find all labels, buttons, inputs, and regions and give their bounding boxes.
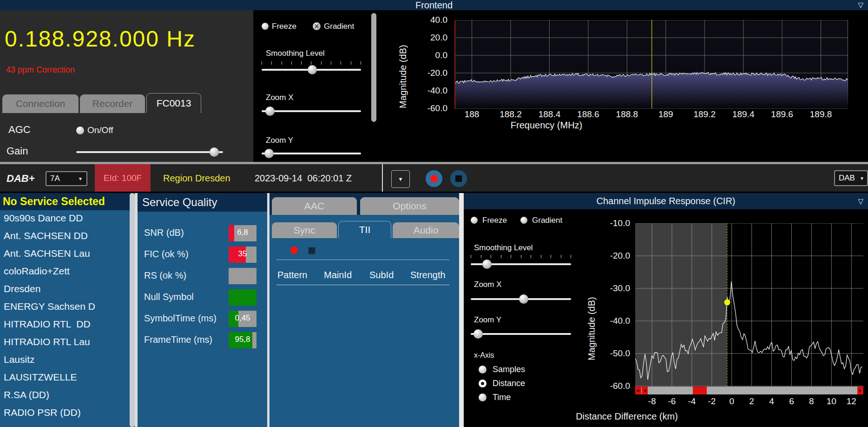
tab-aac[interactable]: AAC — [272, 197, 357, 215]
cir-smoothing-ticks — [471, 255, 571, 258]
cir-xtick: 2 — [749, 396, 754, 407]
service-list-item[interactable]: HITRADIO RTL DD — [4, 319, 91, 330]
spectrum-controls-scrollbar[interactable] — [371, 13, 376, 122]
cir-ytick: -10.0 — [601, 218, 630, 228]
cir-ytick: -40.0 — [601, 316, 630, 326]
service-list-scrollbar[interactable] — [130, 193, 135, 427]
cir-xtick: -8 — [648, 396, 656, 407]
gain-slider[interactable] — [76, 151, 223, 153]
panel-divider — [459, 193, 464, 427]
cir-xtick: 6 — [789, 396, 794, 407]
spectrum-gradient-checkbox[interactable]: ✕ — [313, 22, 321, 30]
gain-label: Gain — [7, 145, 28, 157]
service-list-item[interactable]: Ant. SACHSEN Lau — [4, 248, 90, 259]
cir-plot[interactable] — [635, 223, 863, 387]
spectrum-xtick: 188.8 — [616, 109, 638, 120]
service-quality-title: Service Quality — [142, 196, 217, 209]
cir-scrollbar-button-1[interactable]: ◉ — [635, 387, 641, 394]
agc-radio[interactable] — [76, 127, 84, 134]
spectrum-zoomx-slider[interactable] — [262, 110, 361, 112]
xaxis-radio-time[interactable] — [479, 394, 487, 401]
ensemble-bar-divider — [382, 164, 383, 192]
cir-ytick: -20.0 — [601, 251, 630, 261]
eid-badge: EId: 100F — [95, 164, 151, 192]
collapse-frontend-icon[interactable]: ▽ — [858, 0, 863, 10]
channel-selector[interactable]: 7A▼ — [46, 171, 87, 186]
cir-xtick: 4 — [769, 396, 774, 407]
cir-scrollbar-marker — [693, 387, 707, 394]
spectrum-ytick: 40.0 — [419, 15, 447, 25]
spectrum-xlabel: Frequency (MHz) — [511, 120, 582, 131]
quality-value: 95,8 — [229, 335, 256, 344]
ensemble-name: Region Dresden — [163, 173, 230, 184]
service-list-item[interactable]: Lausitz — [4, 354, 35, 365]
quality-bar-green: 95,8 — [229, 332, 256, 348]
tii-column-mainid: MainId — [324, 270, 352, 280]
cir-xtick: -6 — [668, 396, 676, 407]
cir-gradient-label: Gradient — [532, 216, 562, 225]
service-list-item[interactable]: Dresden — [4, 283, 40, 294]
service-list-item[interactable]: coloRadio+Zett — [4, 266, 70, 277]
spectrum-ytick: -20.0 — [419, 68, 447, 78]
record-button[interactable] — [426, 170, 442, 187]
quality-bar-red: 35 — [229, 247, 256, 263]
decoder-tab-bar-top: AACOptions — [272, 197, 461, 215]
spectrum-zoomx-label: Zoom X — [266, 93, 294, 102]
service-list-item[interactable]: R.SA (DD) — [4, 389, 49, 400]
spectrum-zoomy-slider[interactable] — [262, 153, 361, 154]
cir-xtick: 0 — [729, 396, 734, 407]
xaxis-option-samples: Samples — [493, 365, 525, 374]
cir-freeze-label: Freeze — [482, 216, 507, 225]
tii-column-subid: SubId — [369, 270, 394, 280]
service-list-item[interactable]: Ant. SACHSEN DD — [4, 230, 88, 241]
tab-options[interactable]: Options — [360, 197, 459, 215]
cir-scrollbar-left-icon[interactable]: ◀ — [642, 387, 648, 394]
cir-xtick: 12 — [847, 396, 856, 407]
band-selector[interactable]: DAB▼ — [834, 170, 868, 186]
service-list-item[interactable]: ENERGY Sachsen D — [4, 301, 95, 312]
agc-option-label: On/Off — [87, 125, 113, 135]
spectrum-plot[interactable] — [454, 20, 848, 109]
agc-label: AGC — [8, 124, 31, 136]
quality-label: SNR (dB) — [144, 227, 184, 238]
xaxis-radio-samples[interactable] — [479, 366, 487, 374]
service-list-item[interactable]: RADIO PSR (DD) — [4, 407, 81, 418]
cir-smoothing-slider[interactable] — [471, 263, 571, 265]
stop-button[interactable] — [450, 170, 467, 187]
spectrum-smoothing-slider[interactable] — [262, 69, 361, 71]
tii-column-strength: Strength — [410, 270, 446, 280]
quality-label: SymbolTime (ms) — [144, 313, 217, 324]
service-list-item[interactable]: HITRADIO RTL Lau — [4, 336, 90, 347]
cir-xaxis-label: x-Axis — [474, 351, 494, 360]
collapse-cir-icon[interactable]: ▽ — [858, 193, 863, 209]
spectrum-ylabel: Magnitude (dB) — [398, 22, 408, 108]
spectrum-freeze-radio[interactable] — [262, 23, 269, 30]
frontend-title: Frontend — [415, 0, 453, 11]
xaxis-radio-distance[interactable] — [479, 380, 487, 387]
expand-dropdown-button[interactable]: ▼ — [391, 170, 410, 188]
no-service-selected-label: No Service Selected — [3, 195, 105, 208]
tab-recorder[interactable]: Recorder — [80, 94, 145, 113]
cir-zoomy-slider[interactable] — [471, 333, 571, 335]
spectrum-xtick: 189 — [658, 109, 673, 120]
cir-scrollbar[interactable] — [635, 387, 863, 394]
service-list-item[interactable]: 90s90s Dance DD — [4, 213, 83, 224]
tab-connection[interactable]: Connection — [2, 94, 79, 113]
record-icon — [430, 175, 438, 182]
quality-label: RS (ok %) — [144, 270, 186, 281]
quality-value: 0,45 — [229, 314, 256, 323]
tab-audio[interactable]: Audio — [393, 222, 459, 238]
cir-scrollbar-right-icon[interactable]: ▶ — [857, 387, 863, 394]
tab-fc0013[interactable]: FC0013 — [146, 93, 201, 113]
tab-sync[interactable]: Sync — [272, 222, 337, 238]
service-list-item[interactable]: LAUSITZWELLE — [4, 372, 77, 383]
cir-gradient-radio[interactable] — [520, 217, 527, 224]
tab-tii[interactable]: TII — [338, 221, 391, 238]
spectrum-xtick: 189.6 — [771, 109, 793, 120]
cir-zoomx-slider[interactable] — [471, 298, 571, 300]
chevron-down-icon: ▼ — [78, 176, 83, 181]
cir-xlabel: Distance Difference (km) — [576, 411, 678, 422]
quality-bar-green — [229, 289, 256, 306]
utc-timestamp: 2023-09-14 06:20:01 Z — [255, 173, 352, 184]
cir-freeze-radio[interactable] — [471, 217, 478, 224]
